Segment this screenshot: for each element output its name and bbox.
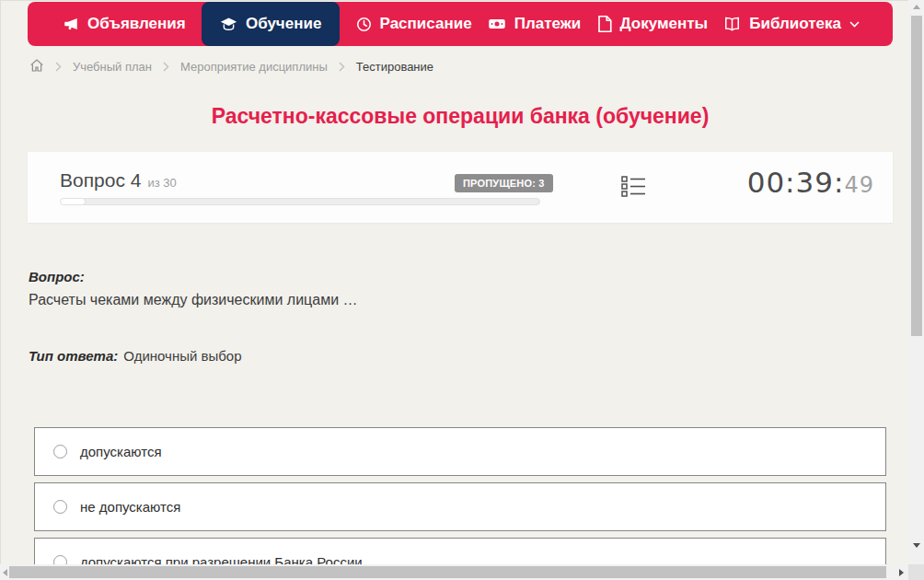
radio-button[interactable] — [53, 445, 67, 458]
nav-item-payments[interactable]: Платежи — [488, 2, 582, 46]
answer-option-label: допускаются — [80, 444, 162, 459]
vertical-scrollbar-thumb[interactable] — [911, 16, 922, 336]
breadcrumb-separator-icon — [55, 62, 62, 72]
timer: 00:39: 49 — [747, 166, 874, 199]
breadcrumb-item-curriculum[interactable]: Учебный план — [73, 60, 152, 74]
nav-item-library[interactable]: Библиотека — [723, 2, 860, 46]
graduation-cap-icon — [220, 16, 237, 33]
question-total: из 30 — [147, 176, 176, 190]
progress-fill — [61, 199, 85, 204]
page-title: Расчетно-кассовые операции банка (обучен… — [0, 104, 920, 129]
document-icon — [597, 16, 612, 32]
breadcrumb-separator-icon — [339, 62, 345, 72]
breadcrumb-item-discipline-event[interactable]: Мероприятие дисциплины — [180, 60, 328, 74]
quiz-header-card: Вопрос 4 из 30 ПРОПУЩЕНО: 3 00:39: 49 — [28, 152, 893, 223]
nav-item-label: Объявления — [87, 15, 186, 33]
nav-item-label: Обучение — [246, 15, 321, 33]
nav-item-label: Расписание — [380, 15, 472, 33]
scroll-right-icon[interactable] — [899, 569, 904, 576]
answer-type-line: Тип ответа:Одиночный выбор — [29, 348, 242, 364]
timer-minutes: 00:39: — [747, 166, 845, 199]
home-icon[interactable] — [29, 58, 44, 75]
question-counter: Вопрос 4 из 30 — [60, 169, 177, 191]
question-text: Расчеты чеками между физическими лицами … — [29, 292, 358, 308]
horizontal-scrollbar[interactable] — [0, 564, 908, 580]
banknote-icon — [488, 15, 506, 33]
nav-item-label: Документы — [620, 15, 709, 33]
nav-item-schedule[interactable]: Расписание — [356, 2, 472, 46]
book-icon — [723, 16, 741, 32]
answer-type-value: Одиночный выбор — [123, 348, 241, 364]
clock-icon — [356, 17, 372, 32]
progress-bar — [60, 198, 540, 205]
chevron-down-icon — [849, 21, 860, 28]
answer-option-2[interactable]: не допускаются — [34, 482, 886, 531]
vertical-scrollbar[interactable] — [908, 0, 924, 564]
scroll-up-icon[interactable] — [913, 5, 920, 9]
page: Объявления Обучение Расписание Платежи Д… — [0, 0, 924, 580]
nav-item-announcements[interactable]: Объявления — [63, 2, 186, 46]
question-list-icon[interactable] — [621, 175, 646, 202]
breadcrumb: Учебный план Мероприятие дисциплины Тест… — [29, 58, 433, 75]
answer-type-label: Тип ответа: — [29, 348, 118, 364]
nav-item-label: Платежи — [514, 15, 582, 33]
answer-option-1[interactable]: допускаются — [34, 427, 886, 476]
question-label: Вопрос: — [29, 269, 85, 284]
radio-button[interactable] — [53, 500, 67, 514]
skipped-badge: ПРОПУЩЕНО: 3 — [455, 174, 553, 192]
megaphone-icon — [63, 16, 79, 32]
horizontal-scrollbar-thumb[interactable] — [9, 566, 886, 578]
breadcrumb-separator-icon — [163, 62, 169, 72]
answer-options: допускаются не допускаются допускаются п… — [34, 427, 886, 580]
breadcrumb-item-testing: Тестирование — [356, 60, 433, 74]
question-number: Вопрос 4 — [60, 169, 141, 191]
nav-item-label: Библиотека — [749, 15, 841, 33]
answer-option-label: не допускаются — [80, 499, 180, 515]
nav-item-learning[interactable]: Обучение — [202, 2, 340, 46]
scroll-left-icon[interactable] — [3, 569, 7, 576]
scroll-down-icon[interactable] — [913, 543, 920, 548]
top-navigation: Объявления Обучение Расписание Платежи Д… — [28, 2, 893, 46]
timer-seconds: 49 — [844, 172, 874, 198]
scrollbar-corner — [908, 564, 924, 580]
nav-item-documents[interactable]: Документы — [597, 2, 709, 46]
